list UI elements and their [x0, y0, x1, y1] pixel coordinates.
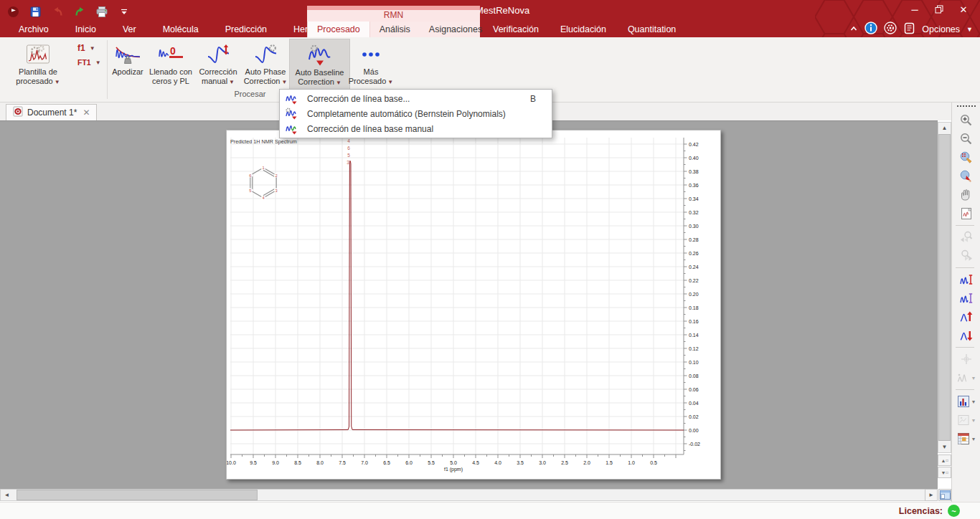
dropdown-caret-icon: ▼	[971, 437, 976, 442]
tab-verificacion[interactable]: Verificación	[482, 24, 550, 34]
licenses-book-icon[interactable]	[903, 22, 915, 37]
svg-text:5: 5	[347, 153, 350, 158]
crosshair-icon[interactable]	[956, 350, 977, 368]
vertical-scrollbar-thumb[interactable]	[938, 134, 951, 441]
scale-intensity-icon[interactable]	[956, 270, 977, 289]
zoom-in-icon[interactable]	[956, 111, 977, 130]
tab-procesado[interactable]: Procesado	[307, 22, 370, 37]
tab-analisis[interactable]: Análisis	[370, 22, 420, 37]
document-tab-close-icon[interactable]: ✕	[83, 108, 90, 118]
svg-text:9.5: 9.5	[250, 460, 257, 465]
menu-item-baseline-correction[interactable]: Corrección de línea base... B	[280, 91, 552, 106]
menu-molecula[interactable]: Molécula	[161, 23, 200, 36]
license-status-icon[interactable]: ~	[948, 505, 960, 517]
table-grid-icon[interactable]: ▼	[956, 429, 977, 448]
redo-icon[interactable]	[72, 4, 87, 19]
auto-phase-correction-button[interactable]: Auto Phase Correction▼	[242, 39, 289, 90]
toolbar-separator	[956, 389, 974, 390]
minimize-button[interactable]: ─	[903, 0, 927, 19]
baseline-correction-menu: Corrección de línea base... B Completame…	[279, 89, 552, 138]
svg-text:2.0: 2.0	[583, 460, 590, 465]
apodizar-button[interactable]: Apodizar	[108, 39, 147, 90]
horizontal-scrollbar-thumb[interactable]	[17, 490, 258, 500]
previous-zoom-icon[interactable]	[956, 228, 977, 247]
chart-view-icon[interactable]: ▼	[956, 392, 977, 411]
next-zoom-icon[interactable]	[956, 247, 977, 265]
manual-phase-correction-button[interactable]: Corrección manual▼	[194, 39, 242, 90]
zero-filling-button[interactable]: 0 Llenado con ceros y PL	[147, 39, 194, 90]
menu-shortcut: B	[530, 94, 536, 104]
svg-text:1: 1	[262, 166, 264, 170]
settings-gear-icon[interactable]	[884, 22, 897, 37]
peak-by-peak-icon[interactable]: ▼	[956, 368, 977, 387]
close-button[interactable]: ✕	[951, 0, 976, 19]
scroll-down-arrow-icon[interactable]: ▼	[938, 442, 951, 452]
svg-text:0.5: 0.5	[650, 460, 657, 465]
svg-text:6.5: 6.5	[383, 460, 390, 465]
app-logo-icon[interactable]	[6, 4, 20, 19]
menu-prediccion[interactable]: Predicción	[224, 23, 268, 36]
svg-text:8.5: 8.5	[294, 460, 301, 465]
decrease-intensity-icon[interactable]	[956, 326, 977, 345]
options-button[interactable]: Opciones	[922, 24, 960, 34]
auto-baseline-correction-button[interactable]: Auto Baseline Correction▼	[289, 39, 350, 90]
f1-button[interactable]: f1▼	[77, 43, 101, 53]
more-processing-button[interactable]: Más Procesado▼	[350, 39, 392, 90]
menu-item-fully-automatic-bernstein[interactable]: Completamente automático (Bernstein Poly…	[280, 106, 552, 121]
undo-icon[interactable]	[50, 4, 65, 19]
page-layout-icon[interactable]	[938, 489, 951, 501]
auto-phase-caret-icon: ▼	[281, 79, 287, 85]
tab-quantitation[interactable]: Quantitation	[617, 24, 687, 34]
dropdown-caret-icon: ▼	[971, 376, 976, 381]
scale-intensity-alt-icon[interactable]	[956, 289, 977, 308]
info-icon[interactable]	[864, 22, 877, 37]
tab-asignaciones[interactable]: Asignaciones	[420, 22, 491, 37]
menu-inicio[interactable]: Inicio	[74, 23, 98, 36]
toolbar-drag-handle-icon[interactable]	[957, 105, 976, 107]
collapse-ribbon-icon[interactable]	[849, 23, 858, 36]
scroll-up-arrow-icon[interactable]: ▲	[938, 123, 951, 133]
save-icon[interactable]	[28, 4, 42, 19]
zoom-selection-icon[interactable]	[956, 148, 977, 167]
ft1-button[interactable]: FT1▼	[77, 58, 101, 67]
fit-to-page-icon[interactable]	[956, 204, 977, 223]
options-cluster: Opciones ▼	[849, 22, 973, 37]
customize-quick-access-caret-icon[interactable]	[117, 4, 131, 19]
horizontal-scrollbar[interactable]: ◄	[0, 489, 926, 501]
svg-text:0.22: 0.22	[689, 278, 699, 283]
scroll-right-arrow-icon[interactable]: ►	[925, 489, 938, 501]
svg-text:0.14: 0.14	[689, 333, 699, 338]
document-canvas[interactable]: 12345610.09.59.08.58.07.57.06.56.05.55.0…	[0, 120, 938, 489]
svg-text:0.10: 0.10	[689, 360, 699, 365]
tab-elucidacion[interactable]: Elucidación	[550, 24, 617, 34]
svg-text:0.28: 0.28	[689, 237, 699, 242]
menu-archivo[interactable]: Archivo	[17, 23, 50, 36]
zero-filling-icon: 0	[159, 41, 184, 67]
scroll-left-arrow-icon[interactable]: ◄	[1, 490, 13, 500]
print-icon[interactable]	[95, 4, 109, 19]
menu-item-manual-baseline-correction[interactable]: Corrección de línea base manual	[280, 121, 552, 136]
document-tab[interactable]: Document 1* ✕	[6, 104, 97, 120]
zoom-out-icon[interactable]	[956, 130, 977, 148]
more-processing-caret-icon: ▼	[387, 79, 393, 85]
vertical-scrollbar[interactable]: ▲ ▼	[938, 122, 951, 453]
auto-baseline-icon	[308, 42, 332, 68]
pan-hand-icon[interactable]	[956, 186, 977, 204]
svg-text:9.0: 9.0	[272, 460, 279, 465]
plantilla-procesado-button[interactable]: Plantilla de procesado▼	[0, 39, 76, 90]
svg-text:4: 4	[347, 138, 350, 143]
menu-ver[interactable]: Ver	[121, 23, 138, 36]
previous-page-button[interactable]: ▲□	[938, 454, 951, 466]
main-menus: Archivo Inicio Ver Molécula Predicción H…	[17, 23, 349, 36]
frame-view-icon[interactable]: ▼	[956, 411, 977, 429]
spectrum-page[interactable]: 12345610.09.59.08.58.07.57.06.56.05.55.0…	[226, 130, 721, 480]
auto-bernstein-icon	[285, 108, 298, 120]
svg-text:0.06: 0.06	[689, 387, 699, 392]
svg-text:0.40: 0.40	[689, 156, 699, 161]
document-icon	[13, 106, 23, 119]
restore-button[interactable]	[927, 0, 951, 19]
svg-text:3.5: 3.5	[517, 460, 524, 465]
expand-selection-icon[interactable]	[956, 167, 977, 186]
increase-intensity-icon[interactable]	[956, 308, 977, 326]
next-page-button[interactable]: ▼□	[938, 467, 951, 478]
